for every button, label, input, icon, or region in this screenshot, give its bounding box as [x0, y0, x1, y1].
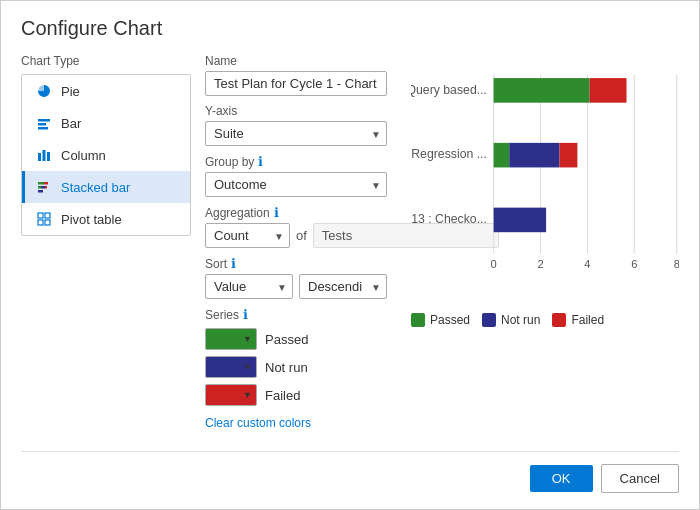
svg-rect-31 — [494, 143, 510, 168]
series-passed-label: Passed — [265, 332, 308, 347]
chart-svg: Query based... Regression ... 13 : Check… — [411, 58, 679, 304]
aggregation-select-wrapper: Count ▼ — [205, 223, 290, 248]
yaxis-label: Y-axis — [205, 104, 387, 118]
groupby-select[interactable]: Outcome — [205, 172, 387, 197]
legend-failed-swatch — [552, 313, 566, 327]
svg-rect-6 — [38, 182, 44, 185]
series-passed-swatch[interactable]: ▼ — [205, 328, 257, 350]
svg-rect-3 — [38, 153, 41, 161]
series-failed-label: Failed — [265, 388, 300, 403]
svg-text:0: 0 — [491, 258, 497, 270]
ok-button[interactable]: OK — [530, 465, 593, 492]
sort-info-icon[interactable]: ℹ — [231, 256, 236, 271]
legend-notrun-label: Not run — [501, 313, 540, 327]
dialog-title: Configure Chart — [21, 17, 679, 40]
series-failed: ▼ Failed — [205, 384, 387, 406]
svg-rect-7 — [44, 182, 48, 185]
svg-text:6: 6 — [631, 258, 637, 270]
chart-type-bar-label: Bar — [61, 116, 81, 131]
svg-rect-30 — [590, 78, 627, 103]
svg-rect-34 — [494, 208, 546, 233]
sort-order-wrapper: Descending ▼ — [299, 274, 387, 299]
legend-notrun: Not run — [482, 313, 540, 327]
aggregation-label: Aggregation ℹ — [205, 205, 387, 220]
chart-type-panel: Chart Type Pie — [21, 54, 191, 441]
chart-type-bar[interactable]: Bar — [22, 107, 190, 139]
chart-type-column[interactable]: Column — [22, 139, 190, 171]
sort-label: Sort ℹ — [205, 256, 387, 271]
aggregation-info-icon[interactable]: ℹ — [274, 205, 279, 220]
chart-type-list: Pie Bar — [21, 74, 191, 236]
svg-text:Query based...: Query based... — [411, 83, 487, 97]
yaxis-select-wrapper: Suite ▼ — [205, 121, 387, 146]
dialog-footer: OK Cancel — [21, 451, 679, 493]
svg-rect-33 — [560, 143, 578, 168]
sort-row: Value ▼ Descending ▼ — [205, 274, 387, 299]
series-notrun: ▼ Not run — [205, 356, 387, 378]
svg-text:13 : Checko...: 13 : Checko... — [411, 212, 487, 226]
svg-rect-15 — [45, 220, 50, 225]
svg-rect-2 — [38, 127, 48, 130]
chart-type-label: Chart Type — [21, 54, 191, 68]
chart-type-column-label: Column — [61, 148, 106, 163]
yaxis-select[interactable]: Suite — [205, 121, 387, 146]
legend-passed-label: Passed — [430, 313, 470, 327]
groupby-label: Group by ℹ — [205, 154, 387, 169]
series-notrun-label: Not run — [265, 360, 308, 375]
svg-rect-12 — [38, 213, 43, 218]
svg-rect-8 — [38, 186, 41, 189]
svg-text:4: 4 — [584, 258, 590, 270]
clear-custom-colors-link[interactable]: Clear custom colors — [205, 416, 311, 430]
svg-rect-32 — [509, 143, 559, 168]
svg-rect-13 — [45, 213, 50, 218]
dialog-body: Chart Type Pie — [21, 54, 679, 441]
svg-rect-9 — [41, 186, 45, 189]
chart-type-pivot[interactable]: Pivot table — [22, 203, 190, 235]
svg-rect-0 — [38, 119, 50, 122]
svg-rect-1 — [38, 123, 46, 126]
svg-rect-11 — [38, 190, 43, 193]
pie-icon — [35, 82, 53, 100]
aggregation-select[interactable]: Count — [205, 223, 290, 248]
groupby-info-icon[interactable]: ℹ — [258, 154, 263, 169]
series-info-icon[interactable]: ℹ — [243, 307, 248, 322]
sort-value-select[interactable]: Value — [205, 274, 293, 299]
sort-order-select[interactable]: Descending — [299, 274, 387, 299]
svg-text:2: 2 — [537, 258, 543, 270]
chart-type-stacked-bar[interactable]: Stacked bar — [22, 171, 190, 203]
of-label: of — [296, 228, 307, 243]
legend-notrun-swatch — [482, 313, 496, 327]
legend-failed-label: Failed — [571, 313, 604, 327]
chart-area: Query based... Regression ... 13 : Check… — [411, 54, 679, 441]
series-notrun-swatch[interactable]: ▼ — [205, 356, 257, 378]
chart-panel: Query based... Regression ... 13 : Check… — [401, 54, 679, 441]
sort-value-wrapper: Value ▼ — [205, 274, 293, 299]
cancel-button[interactable]: Cancel — [601, 464, 679, 493]
aggregation-row: Count ▼ of — [205, 223, 387, 248]
pivot-icon — [35, 210, 53, 228]
series-failed-swatch[interactable]: ▼ — [205, 384, 257, 406]
chart-legend: Passed Not run Failed — [411, 313, 679, 327]
svg-text:8: 8 — [674, 258, 679, 270]
series-passed-arrow-icon: ▼ — [243, 334, 252, 344]
column-icon — [35, 146, 53, 164]
groupby-select-wrapper: Outcome ▼ — [205, 172, 387, 197]
legend-failed: Failed — [552, 313, 604, 327]
name-label: Name — [205, 54, 387, 68]
name-input[interactable] — [205, 71, 387, 96]
bar-icon — [35, 114, 53, 132]
svg-rect-29 — [494, 78, 590, 103]
legend-passed-swatch — [411, 313, 425, 327]
svg-rect-5 — [47, 152, 50, 161]
series-label: Series ℹ — [205, 307, 387, 322]
stacked-bar-icon — [35, 178, 53, 196]
svg-rect-10 — [45, 186, 47, 189]
legend-passed: Passed — [411, 313, 470, 327]
chart-type-pie[interactable]: Pie — [22, 75, 190, 107]
chart-type-pie-label: Pie — [61, 84, 80, 99]
config-panel: Name Y-axis Suite ▼ Group by ℹ Outcome ▼ — [191, 54, 401, 441]
series-notrun-arrow-icon: ▼ — [243, 362, 252, 372]
configure-chart-dialog: Configure Chart Chart Type Pie — [0, 0, 700, 510]
svg-rect-4 — [43, 150, 46, 161]
chart-type-stacked-bar-label: Stacked bar — [61, 180, 130, 195]
